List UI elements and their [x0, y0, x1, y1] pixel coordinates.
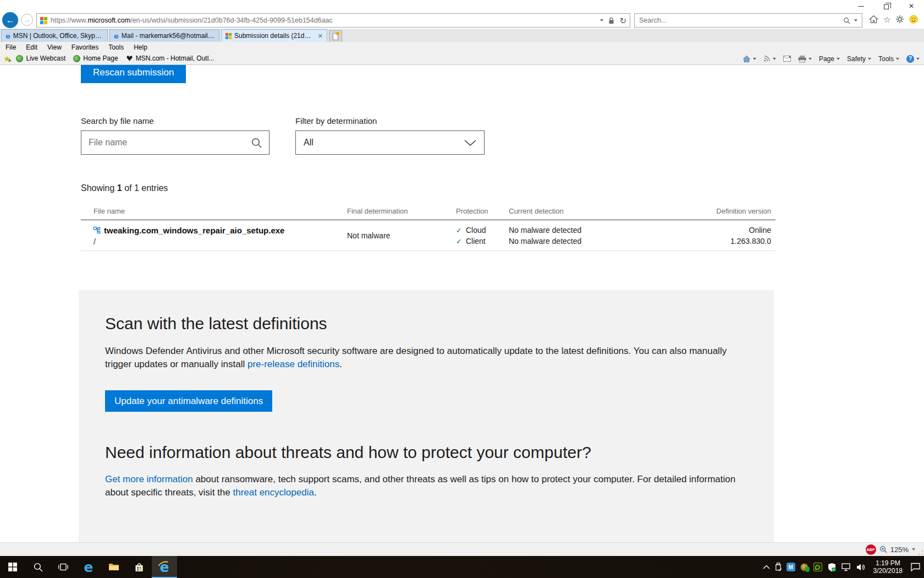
- settings-gear-icon[interactable]: [895, 15, 904, 24]
- file-name-input[interactable]: [89, 138, 251, 148]
- edge-icon: e: [84, 560, 94, 574]
- determination-filter-dropdown[interactable]: All: [295, 130, 485, 155]
- rescan-submission-button[interactable]: Rescan submission: [81, 65, 186, 83]
- address-bar[interactable]: https://www.microsoft.com/en-us/wdsi/sub…: [36, 13, 630, 28]
- threat-encyclopedia-link[interactable]: threat encyclopedia: [233, 487, 314, 498]
- store-icon: [134, 563, 144, 572]
- minimize-button[interactable]: [848, 0, 873, 12]
- favorites-star-icon[interactable]: ☆: [883, 15, 890, 24]
- submissions-table: File name Final determination Protection…: [81, 203, 776, 252]
- help-menu-button[interactable]: ?: [904, 55, 922, 63]
- volume-icon[interactable]: [856, 563, 866, 571]
- read-mail-button[interactable]: [781, 56, 793, 62]
- refresh-icon[interactable]: ↻: [619, 17, 626, 25]
- file-hierarchy-icon: [94, 227, 101, 234]
- safety-menu-label: Safety: [847, 55, 866, 63]
- taskbar-search-button[interactable]: [25, 556, 51, 578]
- favorite-msn[interactable]: MSN.com - Hotmail, Outl...: [124, 54, 217, 62]
- url-text[interactable]: https://www.microsoft.com/en-us/wdsi/sub…: [51, 17, 597, 24]
- get-more-information-link[interactable]: Get more information: [105, 474, 193, 484]
- restore-button[interactable]: [873, 0, 899, 12]
- mail-icon: [783, 56, 791, 62]
- tools-menu-button[interactable]: Tools: [876, 55, 901, 63]
- tab-mail[interactable]: e Mail - markemark56@hotmail....: [109, 29, 219, 42]
- usb-device-icon[interactable]: [775, 563, 782, 571]
- edge-button[interactable]: e: [76, 556, 101, 578]
- windows-defender-icon[interactable]: [827, 563, 837, 572]
- webcast-icon: [16, 55, 23, 62]
- menu-favorites[interactable]: Favorites: [72, 43, 103, 51]
- search-dropdown-icon[interactable]: [854, 19, 857, 21]
- home-menu-button[interactable]: [740, 55, 758, 63]
- start-button[interactable]: [0, 556, 25, 578]
- search-icon[interactable]: [843, 17, 850, 24]
- action-center-icon[interactable]: [910, 563, 921, 571]
- webcast-icon: [73, 55, 80, 62]
- menu-bar: File Edit View Favorites Tools Help: [0, 42, 924, 52]
- protection-client-cell: ✓Client: [456, 237, 486, 246]
- file-name-search-field[interactable]: [81, 130, 270, 155]
- network-icon[interactable]: [842, 563, 851, 571]
- tray-expand-chevron-icon[interactable]: [763, 565, 770, 569]
- internet-explorer-button[interactable]: e: [152, 556, 177, 578]
- menu-help[interactable]: Help: [134, 43, 152, 51]
- tab-close-icon[interactable]: ✕: [316, 32, 323, 40]
- pre-release-definitions-link[interactable]: pre-release definitions: [248, 359, 339, 369]
- search-box[interactable]: [634, 13, 862, 28]
- page-content: Rescan submission Search by file name Fi…: [0, 65, 924, 542]
- chevron-down-icon: [916, 58, 920, 60]
- safety-menu-button[interactable]: Safety: [845, 55, 873, 63]
- adblock-plus-icon[interactable]: ABP: [866, 544, 876, 555]
- tab-strip: e MSN | Outlook, Office, Skype, ... e Ma…: [0, 29, 924, 42]
- nvidia-icon[interactable]: [813, 563, 822, 571]
- zoom-magnifier-icon[interactable]: [879, 546, 887, 553]
- rss-icon: [763, 55, 771, 62]
- antimalware-bug-icon[interactable]: [800, 563, 809, 571]
- menu-view[interactable]: View: [47, 43, 67, 51]
- tab-msn[interactable]: e MSN | Outlook, Office, Skype, ...: [1, 29, 108, 42]
- command-bar: Page Safety Tools ?: [740, 52, 922, 65]
- search-input[interactable]: [639, 17, 839, 24]
- tools-menu-label: Tools: [878, 55, 894, 63]
- file-path-cell: /: [94, 237, 96, 246]
- filter-label: Filter by determination: [295, 116, 377, 126]
- zoom-level[interactable]: 125%: [890, 546, 909, 554]
- page-menu-button[interactable]: Page: [817, 55, 842, 63]
- print-button[interactable]: [796, 55, 814, 63]
- address-dropdown-icon[interactable]: [600, 19, 603, 21]
- update-definitions-button[interactable]: Update your antimalware definitions: [105, 390, 272, 412]
- microsoft-favicon: [226, 33, 232, 39]
- menu-edit[interactable]: Edit: [26, 43, 42, 51]
- zoom-dropdown-icon[interactable]: [912, 548, 915, 550]
- favorite-live-webcast[interactable]: Live Webcast: [14, 54, 68, 62]
- check-icon: ✓: [456, 237, 462, 246]
- search-icon[interactable]: [251, 138, 262, 148]
- microsoft-store-button[interactable]: [127, 556, 152, 578]
- malwarebytes-icon[interactable]: M: [787, 563, 795, 571]
- back-button[interactable]: ←: [2, 12, 18, 28]
- close-button[interactable]: ✕: [899, 0, 924, 12]
- rss-feed-button[interactable]: [761, 55, 778, 62]
- col-header-protection: Protection: [456, 207, 488, 215]
- menu-tools[interactable]: Tools: [108, 43, 129, 51]
- task-view-button[interactable]: [51, 556, 76, 578]
- file-name-cell[interactable]: tweaking.com_windows_repair_aio_setup.ex…: [94, 226, 284, 235]
- windows-logo-icon: [8, 563, 17, 571]
- file-name-text: tweaking.com_windows_repair_aio_setup.ex…: [104, 226, 284, 235]
- new-tab-button[interactable]: [329, 30, 342, 42]
- favorite-home-page[interactable]: Home Page: [71, 54, 120, 62]
- tab-submission-details[interactable]: Submission details (21d0b7... ✕: [221, 29, 327, 42]
- msn-butterfly-icon: [126, 55, 133, 62]
- taskbar-clock[interactable]: 1:19 PM 3/20/2018: [871, 559, 905, 575]
- clock-date: 3/20/2018: [873, 567, 903, 575]
- printer-icon: [798, 55, 806, 63]
- file-explorer-button[interactable]: [101, 556, 127, 578]
- definitions-heading: Scan with the latest definitions: [105, 314, 327, 333]
- menu-file[interactable]: File: [6, 43, 21, 51]
- file-search-label: Search by file name: [81, 116, 154, 126]
- feedback-smiley-icon[interactable]: [909, 15, 918, 24]
- forward-button[interactable]: →: [21, 14, 33, 26]
- col-header-current-detection: Current detection: [509, 207, 564, 215]
- add-favorite-icon[interactable]: ★: [3, 54, 10, 63]
- home-icon[interactable]: [869, 15, 878, 24]
